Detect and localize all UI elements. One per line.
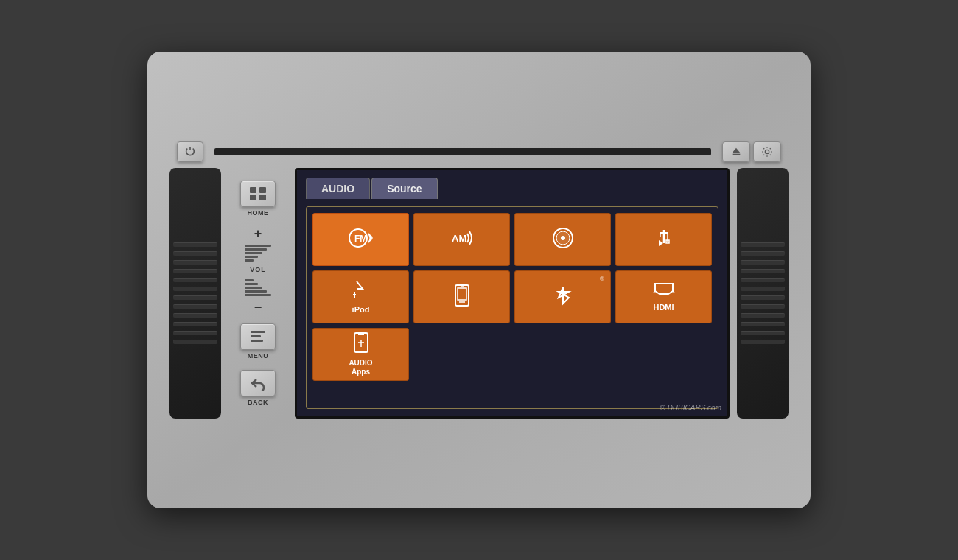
vol-bar [245, 279, 254, 281]
vent-slat [173, 340, 217, 344]
vol-bars [245, 242, 271, 265]
vent-slat [741, 340, 785, 344]
menu-label: MENU [248, 352, 269, 360]
vent-slat [741, 331, 785, 335]
svg-text:AM: AM [452, 233, 466, 244]
svg-rect-4 [259, 187, 266, 193]
phone-icon [454, 284, 470, 309]
ipod-button[interactable]: iPod [312, 270, 409, 323]
vent-slat [741, 251, 785, 256]
am-icon: AM [449, 228, 475, 251]
bluetooth-icon [554, 284, 572, 309]
usb-icon [653, 227, 675, 252]
vol-bar [245, 287, 262, 289]
source-row-1: FM AM [312, 213, 712, 266]
display-button[interactable] [753, 141, 781, 162]
vent-slat [741, 242, 785, 247]
vent-slat [173, 304, 217, 309]
vent-slat [173, 287, 217, 291]
vent-slat [741, 304, 785, 309]
bluetooth-button[interactable]: ® [514, 270, 611, 323]
back-label: BACK [248, 399, 268, 406]
menu-button[interactable]: MENU [236, 323, 280, 360]
fm-icon: FM [348, 228, 374, 251]
volume-control: + VOL − [245, 227, 271, 314]
vent-slat [173, 260, 217, 265]
vol-bar [245, 283, 258, 285]
hdmi-label: HDMI [653, 303, 674, 312]
car-audio-unit: HOME + VOL − [147, 52, 811, 508]
right-vent [737, 168, 789, 419]
vent-slat [741, 322, 785, 326]
hdmi-button[interactable]: HDMI [615, 270, 712, 323]
back-button[interactable]: BACK [236, 370, 280, 406]
tab-audio[interactable]: AUDIO [306, 178, 370, 199]
vent-slat [741, 260, 785, 265]
vol-bar [245, 259, 254, 262]
source-border: FM AM [306, 206, 718, 409]
vent-slat [741, 269, 785, 273]
svg-point-15 [561, 236, 565, 240]
audio-apps-icon [353, 332, 369, 356]
eject-button[interactable] [722, 141, 750, 162]
vol-bar [245, 252, 262, 254]
svg-text:FM: FM [354, 234, 367, 244]
svg-rect-8 [251, 335, 261, 337]
vent-slat [741, 278, 785, 282]
svg-rect-5 [250, 195, 256, 200]
top-right-buttons [722, 141, 781, 162]
svg-rect-21 [458, 288, 466, 300]
cd-icon [552, 227, 574, 252]
display-screen: AUDIO Source FM [295, 168, 730, 419]
cd-slot [214, 148, 711, 155]
vent-slat [173, 331, 217, 335]
vent-slat [173, 242, 217, 247]
hdmi-icon [652, 281, 676, 300]
svg-line-25 [654, 291, 655, 293]
source-row-2: iPod [312, 270, 712, 323]
svg-rect-1 [733, 154, 741, 155]
svg-rect-9 [251, 340, 263, 342]
watermark: © DUBICARS.com [660, 404, 722, 412]
tab-bar: AUDIO Source [297, 170, 727, 199]
vol-bar [245, 245, 271, 247]
main-row: HOME + VOL − [162, 168, 796, 419]
ipod-label: iPod [352, 305, 370, 315]
tab-source[interactable]: Source [371, 178, 437, 199]
source-container: FM AM [297, 199, 727, 416]
cd-button[interactable] [514, 213, 611, 266]
vol-label: VOL [250, 266, 266, 273]
power-button[interactable] [177, 141, 203, 162]
left-vent [169, 168, 221, 419]
vent-slat [741, 295, 785, 300]
fm-button[interactable]: FM [312, 213, 409, 266]
source-row-3: AUDIO Apps [312, 328, 712, 381]
vol-bar [245, 294, 271, 296]
ipod-icon [351, 279, 371, 302]
vent-slat [741, 313, 785, 318]
vent-slat [741, 287, 785, 291]
home-label: HOME [248, 209, 269, 217]
vol-bar [245, 256, 258, 258]
home-button[interactable]: HOME [236, 181, 280, 217]
vent-slat [173, 251, 217, 256]
usb-button[interactable] [615, 213, 712, 266]
vol-bar [245, 248, 267, 251]
vent-slat [173, 278, 217, 282]
vol-down-button[interactable]: − [254, 301, 262, 314]
svg-marker-0 [733, 148, 741, 153]
audio-apps-button[interactable]: AUDIO Apps [312, 328, 409, 381]
am-button[interactable]: AM [413, 213, 510, 266]
audio-apps-label: AUDIO Apps [349, 359, 372, 377]
side-panel: HOME + VOL − [228, 168, 287, 419]
vol-bars-bottom [245, 276, 271, 299]
vent-slat [173, 322, 217, 326]
svg-rect-6 [259, 195, 266, 200]
vent-slat [173, 295, 217, 300]
phone-button[interactable] [413, 270, 510, 323]
top-controls [162, 141, 796, 162]
svg-rect-3 [250, 187, 256, 193]
vent-slat [173, 269, 217, 273]
svg-point-2 [765, 150, 769, 153]
vol-up-button[interactable]: + [254, 227, 262, 240]
